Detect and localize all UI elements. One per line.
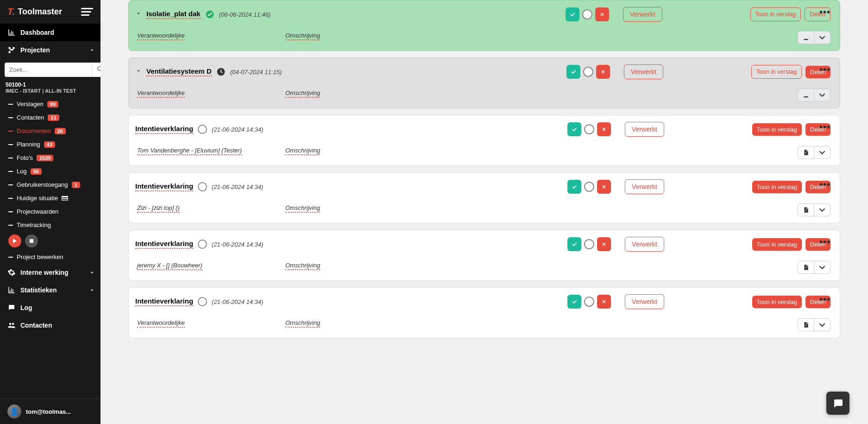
omschrijving-field[interactable]: Omschrijving <box>285 147 320 155</box>
approve-button[interactable] <box>567 180 581 194</box>
document-title[interactable]: Intentieverklaring <box>135 182 193 191</box>
subnav-gebruikerstoegang[interactable]: Gebruikerstoegang1 <box>0 178 101 191</box>
search-button[interactable] <box>92 63 101 77</box>
verwerkt-button[interactable]: Verwerkt <box>625 122 664 137</box>
neutral-button[interactable] <box>583 67 593 77</box>
subnav-timetracking[interactable]: Timetracking <box>0 218 101 232</box>
verantwoordelijke-field[interactable]: jeremy X - [] (Bouwheer) <box>137 262 202 270</box>
subnav-bewerken[interactable]: Project bewerken <box>0 250 101 264</box>
search-input[interactable] <box>5 63 92 77</box>
neutral-button[interactable] <box>584 124 594 134</box>
more-icon[interactable]: ••• <box>819 179 830 190</box>
approve-button[interactable] <box>566 7 579 21</box>
neutral-button[interactable] <box>584 239 594 249</box>
document-title[interactable]: Intentieverklaring <box>135 297 193 306</box>
subnav-huidige[interactable]: Huidige situatie <box>0 191 101 205</box>
nav-log-label: Log <box>20 304 32 311</box>
download-button[interactable] <box>798 261 814 274</box>
nav-dashboard[interactable]: Dashboard <box>0 24 101 41</box>
reject-button[interactable] <box>597 237 611 251</box>
download-dropdown-button[interactable] <box>814 31 830 44</box>
document-title[interactable]: Intentieverklaring <box>135 240 193 249</box>
toon-in-verslag-button[interactable]: Toon in verslag <box>750 7 801 21</box>
reject-button[interactable] <box>596 65 610 79</box>
omschrijving-field[interactable]: Omschrijving <box>285 204 320 213</box>
nav-interne[interactable]: Interne werking› <box>0 264 101 281</box>
omschrijving-field[interactable]: Omschrijving <box>285 319 320 328</box>
nav-interne-label: Interne werking <box>20 269 68 276</box>
verwerkt-button[interactable]: Verwerkt <box>623 7 662 22</box>
reject-button[interactable] <box>597 295 611 309</box>
document-title[interactable]: Isolatie_plat dak <box>146 10 201 19</box>
toon-in-verslag-button[interactable]: Toon in verslag <box>752 238 802 251</box>
verantwoordelijke-field[interactable]: Verantwoordelijke <box>137 319 185 328</box>
toon-in-verslag-button[interactable]: Toon in verslag <box>752 123 802 136</box>
neutral-button[interactable] <box>584 297 594 307</box>
download-dropdown-button[interactable] <box>814 261 830 274</box>
expand-icon[interactable] <box>135 68 142 76</box>
download-button[interactable] <box>798 31 814 44</box>
nav-projecten[interactable]: Projecten › <box>0 41 101 59</box>
omschrijving-field[interactable]: Omschrijving <box>285 32 320 40</box>
nav-log[interactable]: Log <box>0 299 101 316</box>
approve-button[interactable] <box>567 295 581 309</box>
nav-statistieken[interactable]: Statistieken› <box>0 281 101 299</box>
subnav-planning[interactable]: Planning43 <box>0 138 101 151</box>
download-dropdown-button[interactable] <box>814 146 830 159</box>
toon-in-verslag-button[interactable]: Toon in verslag <box>751 65 802 79</box>
document-title[interactable]: Ventilatiesysteem D <box>146 67 212 76</box>
verantwoordelijke-field[interactable]: Verantwoordelijke <box>137 32 185 40</box>
omschrijving-field[interactable]: Omschrijving <box>285 89 320 98</box>
download-button[interactable] <box>798 203 814 216</box>
download-button[interactable] <box>798 318 814 331</box>
download-dropdown-button[interactable] <box>814 318 830 331</box>
subnav-log[interactable]: Log56 <box>0 165 101 178</box>
nav-contacten[interactable]: Contacten <box>0 316 101 334</box>
more-icon[interactable]: ••• <box>819 122 830 133</box>
subnav-documenten[interactable]: Documenten26 <box>0 124 101 138</box>
chevron-down-icon: › <box>89 49 95 51</box>
reject-button[interactable] <box>597 122 611 136</box>
verantwoordelijke-field[interactable]: Verantwoordelijke <box>137 89 185 98</box>
subnav-projectwaarden[interactable]: Projectwaarden <box>0 205 101 218</box>
document-title[interactable]: Intentieverklaring <box>135 125 193 134</box>
omschrijving-field[interactable]: Omschrijving <box>285 262 320 270</box>
user-footer[interactable]: 👤 tom@toolmas... <box>0 399 101 424</box>
subnav-contacten[interactable]: Contacten11 <box>0 111 101 124</box>
neutral-button[interactable] <box>584 182 594 192</box>
people-icon <box>7 321 16 329</box>
verwerkt-button[interactable]: Verwerkt <box>625 237 664 252</box>
reject-button[interactable] <box>595 7 609 21</box>
expand-icon[interactable] <box>135 10 142 19</box>
download-button[interactable] <box>798 89 814 101</box>
verwerkt-button[interactable]: Verwerkt <box>625 294 664 309</box>
approve-button[interactable] <box>567 237 581 251</box>
more-icon[interactable]: ••• <box>819 294 830 305</box>
status-check-icon <box>205 10 214 19</box>
chat-widget-button[interactable] <box>826 392 849 415</box>
verantwoordelijke-field[interactable]: Zizi - [zizi top] () <box>137 204 180 213</box>
timetracking-play-button[interactable] <box>8 234 21 247</box>
toon-in-verslag-button[interactable]: Toon in verslag <box>752 181 802 193</box>
reject-button[interactable] <box>597 180 611 194</box>
toon-in-verslag-button[interactable]: Toon in verslag <box>752 296 802 308</box>
approve-button[interactable] <box>566 65 580 79</box>
play-icon <box>13 239 17 243</box>
subnav-fotos[interactable]: Foto's1539 <box>0 151 101 165</box>
verwerkt-button[interactable]: Verwerkt <box>625 179 664 194</box>
download-dropdown-button[interactable] <box>814 89 830 101</box>
subnav-huidige-label: Huidige situatie <box>17 195 58 202</box>
badge-verslagen: 99 <box>47 101 58 108</box>
verwerkt-button[interactable]: Verwerkt <box>624 64 663 79</box>
subnav-verslagen[interactable]: Verslagen99 <box>0 97 101 111</box>
more-icon[interactable]: ••• <box>819 64 830 75</box>
menu-toggle-icon[interactable] <box>81 8 93 16</box>
neutral-button[interactable] <box>582 9 592 19</box>
download-button[interactable] <box>798 146 814 159</box>
verantwoordelijke-field[interactable]: Tom Vandenberghe - [Eluvium] (Tester) <box>137 147 242 155</box>
approve-button[interactable] <box>567 122 581 136</box>
more-icon[interactable]: ••• <box>819 237 830 247</box>
more-icon[interactable]: ••• <box>819 7 830 18</box>
timetracking-stop-button[interactable] <box>25 234 38 247</box>
download-dropdown-button[interactable] <box>814 203 830 216</box>
